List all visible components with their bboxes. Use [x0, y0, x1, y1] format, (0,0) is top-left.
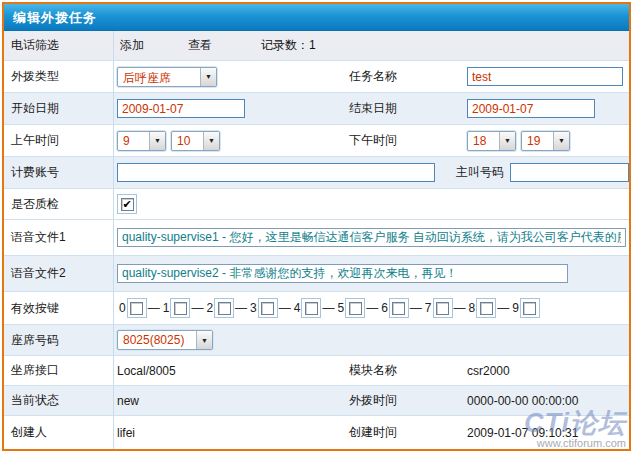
- voice-file-2-label: 语音文件2: [4, 256, 114, 291]
- row-valid-keys: 有效按键 0 — 1 — 2 — 3 — 4 — 5 — 6: [4, 292, 629, 325]
- row-agent-number: 座席号码 8025(8025) ▼: [4, 325, 629, 356]
- quality-check-checkbox[interactable]: ✔: [117, 194, 137, 214]
- key-separator: —: [366, 301, 378, 315]
- key-digit-3: 3: [250, 301, 257, 315]
- caller-number-input[interactable]: [510, 163, 629, 182]
- row-status-dialtime: 当前状态 new 外拨时间 0000-00-00 00:00:00: [4, 386, 629, 416]
- key-separator: —: [410, 301, 422, 315]
- start-date-label: 开始日期: [4, 93, 114, 124]
- agent-number-label: 座席号码: [4, 325, 114, 355]
- row-voice-file-2: 语音文件2: [4, 256, 629, 292]
- row-interface-module: 坐席接口 Local/8005 模块名称 csr2000: [4, 356, 629, 386]
- end-date-label: 结束日期: [349, 100, 467, 117]
- pm-time-to-dropdown[interactable]: 19 ▼: [521, 131, 570, 151]
- task-type-value: 后呼座席: [118, 68, 200, 86]
- check-icon: ✔: [121, 198, 134, 211]
- key-digit-6: 6: [381, 301, 388, 315]
- valid-key-checkbox-8[interactable]: [476, 298, 496, 318]
- voice-file-1-label: 语音文件1: [4, 220, 114, 255]
- module-name-label: 模块名称: [349, 362, 467, 379]
- create-time-label: 创建时间: [349, 424, 467, 441]
- agent-number-dropdown[interactable]: 8025(8025) ▼: [117, 330, 213, 350]
- row-billing-caller: 计费账号 主叫号码: [4, 157, 629, 189]
- valid-keys-label: 有效按键: [4, 292, 114, 324]
- chevron-down-icon[interactable]: ▼: [553, 132, 569, 150]
- am-time-to-dropdown[interactable]: 10 ▼: [171, 131, 220, 151]
- creator-label: 创建人: [4, 416, 114, 449]
- end-date-input[interactable]: [467, 99, 595, 118]
- key-separator: —: [191, 301, 203, 315]
- task-type-label: 外拨类型: [4, 61, 114, 92]
- view-link[interactable]: 查看: [188, 37, 212, 54]
- row-phone-filter: 电话筛选 添加 查看 记录数：1: [4, 31, 629, 61]
- create-time-value: 2009-01-07 09:10:31: [467, 426, 578, 440]
- key-digit-0: 0: [119, 301, 126, 315]
- edit-outbound-task-window: 编辑外拨任务 电话筛选 添加 查看 记录数：1 外拨类型 后呼座席 ▼ 任务名称…: [2, 2, 631, 451]
- row-quality-check: 是否质检 ✔: [4, 189, 629, 220]
- chevron-down-icon[interactable]: ▼: [499, 132, 515, 150]
- agent-interface-value: Local/8005: [117, 364, 176, 378]
- row-creator-createtime: 创建人 lifei 创建时间 2009-01-07 09:10:31: [4, 416, 629, 449]
- row-voice-file-1: 语音文件1: [4, 220, 629, 256]
- record-count: 记录数：1: [261, 37, 316, 54]
- key-digit-8: 8: [469, 301, 476, 315]
- chevron-down-icon[interactable]: ▼: [149, 132, 165, 150]
- add-link[interactable]: 添加: [120, 37, 144, 54]
- pm-time-label: 下午时间: [349, 132, 467, 149]
- billing-account-input[interactable]: [117, 163, 435, 182]
- chevron-down-icon[interactable]: ▼: [200, 68, 216, 86]
- key-separator: —: [148, 301, 160, 315]
- module-name-value: csr2000: [467, 364, 510, 378]
- task-name-input[interactable]: [467, 67, 623, 86]
- valid-key-checkbox-9[interactable]: [520, 298, 540, 318]
- row-dates: 开始日期 结束日期: [4, 93, 629, 125]
- dial-time-value: 0000-00-00 00:00:00: [467, 394, 578, 408]
- valid-key-checkbox-5[interactable]: [345, 298, 365, 318]
- key-digit-1: 1: [163, 301, 170, 315]
- valid-keys-group: 0 — 1 — 2 — 3 — 4 — 5 — 6 —: [117, 298, 540, 318]
- caller-number-label: 主叫号码: [456, 164, 504, 181]
- key-digit-7: 7: [425, 301, 432, 315]
- billing-account-label: 计费账号: [4, 157, 114, 188]
- am-time-from-dropdown[interactable]: 9 ▼: [117, 131, 166, 151]
- agent-number-value: 8025(8025): [118, 331, 196, 349]
- voice-file-2-input[interactable]: [117, 264, 568, 283]
- key-digit-5: 5: [337, 301, 344, 315]
- valid-key-checkbox-7[interactable]: [433, 298, 453, 318]
- current-status-label: 当前状态: [4, 386, 114, 415]
- valid-key-checkbox-4[interactable]: [301, 298, 321, 318]
- key-separator: —: [454, 301, 466, 315]
- valid-key-checkbox-2[interactable]: [214, 298, 234, 318]
- row-task-type-name: 外拨类型 后呼座席 ▼ 任务名称: [4, 61, 629, 93]
- row-times: 上午时间 9 ▼ 10 ▼ 下午时间 18 ▼ 19: [4, 125, 629, 157]
- key-separator: —: [279, 301, 291, 315]
- key-digit-4: 4: [294, 301, 301, 315]
- task-type-dropdown[interactable]: 后呼座席 ▼: [117, 67, 217, 87]
- current-status-value: new: [117, 394, 139, 408]
- window-title: 编辑外拨任务: [4, 4, 629, 31]
- pm-time-from-dropdown[interactable]: 18 ▼: [467, 131, 516, 151]
- am-time-label: 上午时间: [4, 125, 114, 156]
- chevron-down-icon[interactable]: ▼: [203, 132, 219, 150]
- valid-key-checkbox-6[interactable]: [389, 298, 409, 318]
- agent-interface-label: 坐席接口: [4, 356, 114, 385]
- dial-time-label: 外拨时间: [349, 392, 467, 409]
- valid-key-checkbox-3[interactable]: [258, 298, 278, 318]
- task-name-label: 任务名称: [349, 68, 467, 85]
- key-separator: —: [235, 301, 247, 315]
- key-digit-2: 2: [206, 301, 213, 315]
- phone-filter-label: 电话筛选: [4, 31, 114, 60]
- am-time-to-value: 10: [172, 132, 203, 150]
- pm-time-to-value: 19: [522, 132, 553, 150]
- valid-key-checkbox-0[interactable]: [127, 298, 147, 318]
- creator-value: lifei: [117, 426, 135, 440]
- quality-check-label: 是否质检: [4, 189, 114, 219]
- am-time-from-value: 9: [118, 132, 149, 150]
- voice-file-1-input[interactable]: [117, 228, 626, 247]
- chevron-down-icon[interactable]: ▼: [196, 331, 212, 349]
- start-date-input[interactable]: [117, 99, 245, 118]
- valid-key-checkbox-1[interactable]: [170, 298, 190, 318]
- key-separator: —: [322, 301, 334, 315]
- pm-time-from-value: 18: [468, 132, 499, 150]
- key-digit-9: 9: [512, 301, 519, 315]
